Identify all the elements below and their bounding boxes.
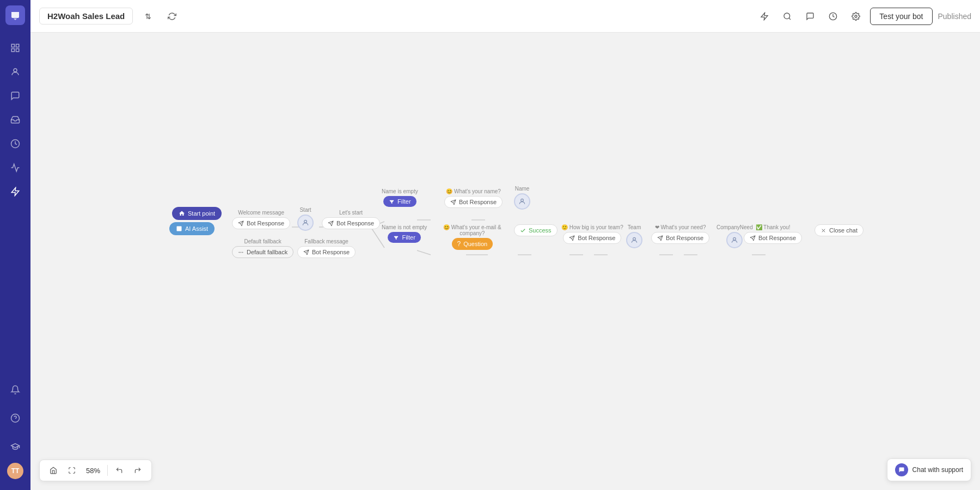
test-bot-button[interactable]: Test your bot xyxy=(870,8,932,25)
node-filter-name-not-empty[interactable]: Name is not empty Filter xyxy=(382,224,427,243)
node-whats-need[interactable]: ❤ What's your need? Bot Response xyxy=(651,224,709,244)
fit-view-button[interactable] xyxy=(65,463,79,477)
published-button[interactable]: Published xyxy=(938,12,972,21)
whats-need-label: ❤ What's your need? xyxy=(655,224,706,230)
node-default-fallback[interactable]: Default fallback Default fallback xyxy=(232,238,293,258)
start-label: Start xyxy=(299,207,311,213)
close-chat-text: Close chat xyxy=(829,227,857,234)
node-filter-name-empty[interactable]: Name is empty Filter xyxy=(382,188,418,207)
toolbar-divider xyxy=(107,465,108,476)
fallback-bot-response-label: Bot Response xyxy=(312,249,350,255)
flow-title[interactable]: H2Woah Sales Lead xyxy=(39,8,133,24)
sidebar-item-messages[interactable] xyxy=(5,86,25,106)
node-email-company[interactable]: 😊 What's your e-mail &company? ? Questio… xyxy=(443,224,501,250)
transform-button[interactable] xyxy=(139,8,157,25)
svg-point-46 xyxy=(733,237,736,240)
search-icon[interactable] xyxy=(779,8,796,25)
start-point-label: Start point xyxy=(188,210,215,217)
sidebar-item-help[interactable] xyxy=(5,408,25,428)
chat-icon[interactable] xyxy=(801,8,819,25)
team-label: Team xyxy=(628,224,641,230)
node-fallback-msg[interactable]: Fallback message Bot Response xyxy=(297,238,356,258)
main-area: H2Woah Sales Lead Test your bot xyxy=(30,0,980,490)
node-start-circle[interactable]: Start xyxy=(297,207,314,231)
sidebar-item-analytics[interactable] xyxy=(5,158,25,177)
svg-point-43 xyxy=(633,237,636,240)
node-lets-start[interactable]: Let's start Bot Response xyxy=(322,210,380,229)
refresh-button[interactable] xyxy=(163,8,181,25)
default-fallback-label-text: Default fallback xyxy=(244,238,281,244)
node-success[interactable]: Success xyxy=(514,224,558,236)
sidebar: TT xyxy=(0,0,30,490)
header: H2Woah Sales Lead Test your bot xyxy=(30,0,980,33)
welcome-msg-label: Welcome message xyxy=(238,210,284,216)
ai-assist-label: AI Assist xyxy=(185,225,208,232)
history-icon[interactable] xyxy=(824,8,842,25)
filter-name-empty-text: Filter xyxy=(397,198,411,205)
svg-point-11 xyxy=(855,15,857,17)
sidebar-item-history[interactable] xyxy=(5,134,25,154)
sidebar-item-learn[interactable] xyxy=(5,437,25,456)
sidebar-item-notifications[interactable] xyxy=(5,380,25,400)
flow-canvas[interactable]: Start point AI Assist Welcome message Bo… xyxy=(30,33,980,490)
avatar[interactable]: TT xyxy=(7,463,23,479)
filter-name-not-empty-label: Name is not empty xyxy=(382,224,427,230)
lets-start-bot-response-label: Bot Response xyxy=(336,220,374,226)
svg-point-8 xyxy=(784,13,790,19)
redo-button[interactable] xyxy=(131,463,145,477)
whats-your-name-label: 😊 What's your name? xyxy=(446,188,501,194)
svg-point-30 xyxy=(304,220,307,223)
fallback-msg-label: Fallback message xyxy=(304,238,348,244)
chat-support-button[interactable]: Chat with support xyxy=(887,458,971,481)
node-start-point[interactable]: Start point xyxy=(172,207,222,220)
node-team-circle[interactable]: Team xyxy=(626,224,642,248)
thank-you-text: Bot Response xyxy=(758,235,796,241)
settings-icon[interactable] xyxy=(847,8,865,25)
logo-icon[interactable] xyxy=(5,5,25,25)
node-ai-assist[interactable]: AI Assist xyxy=(169,222,215,235)
svg-rect-1 xyxy=(16,44,19,47)
node-whats-your-name[interactable]: 😊 What's your name? Bot Response xyxy=(444,188,503,208)
node-thank-you[interactable]: ✅ Thank you! Bot Response xyxy=(744,224,802,244)
whats-name-bot-response-label: Bot Response xyxy=(459,199,497,205)
success-label: Success xyxy=(529,227,552,234)
question-label: Question xyxy=(463,241,487,247)
lightning-icon[interactable] xyxy=(756,8,773,25)
lets-start-label: Let's start xyxy=(339,210,363,216)
node-name-circle[interactable]: Name xyxy=(514,186,530,210)
sidebar-item-inbox[interactable] xyxy=(5,110,25,130)
filter-name-not-empty-text: Filter xyxy=(402,234,415,241)
home-view-button[interactable] xyxy=(46,463,60,477)
name-label: Name xyxy=(515,186,530,192)
node-close-chat[interactable]: Close chat xyxy=(814,224,863,236)
svg-point-33 xyxy=(241,252,241,253)
default-fallback-text: Default fallback xyxy=(247,249,287,255)
chat-support-label: Chat with support xyxy=(912,466,963,474)
node-welcome-msg[interactable]: Welcome message Bot Response xyxy=(232,210,290,229)
sidebar-item-dashboard[interactable] xyxy=(5,38,25,58)
whats-need-text: Bot Response xyxy=(666,235,703,241)
sidebar-item-contacts[interactable] xyxy=(5,62,25,82)
svg-point-34 xyxy=(242,252,243,253)
node-how-big-team[interactable]: 🙂 How big is your team? Bot Response xyxy=(561,224,623,244)
svg-rect-3 xyxy=(16,49,19,52)
svg-rect-0 xyxy=(11,44,14,47)
chat-support-icon xyxy=(895,463,908,476)
svg-rect-2 xyxy=(11,49,14,52)
zoom-level: 58% xyxy=(83,467,103,475)
sidebar-item-automation[interactable] xyxy=(5,182,25,201)
svg-line-9 xyxy=(789,18,791,20)
bottom-toolbar: 58% xyxy=(39,460,152,481)
flow-nodes: Start point AI Assist Welcome message Bo… xyxy=(30,33,980,490)
how-big-team-label: 🙂 How big is your team? xyxy=(561,224,623,230)
welcome-bot-response-label: Bot Response xyxy=(247,220,284,226)
thank-you-label: ✅ Thank you! xyxy=(756,224,791,230)
svg-point-40 xyxy=(521,199,524,201)
svg-point-35 xyxy=(239,252,240,253)
email-company-label: 😊 What's your e-mail &company? xyxy=(443,224,501,236)
filter-name-empty-label: Name is empty xyxy=(382,188,418,194)
how-big-team-text: Bot Response xyxy=(578,235,615,241)
svg-point-4 xyxy=(14,69,17,72)
undo-button[interactable] xyxy=(112,463,126,477)
